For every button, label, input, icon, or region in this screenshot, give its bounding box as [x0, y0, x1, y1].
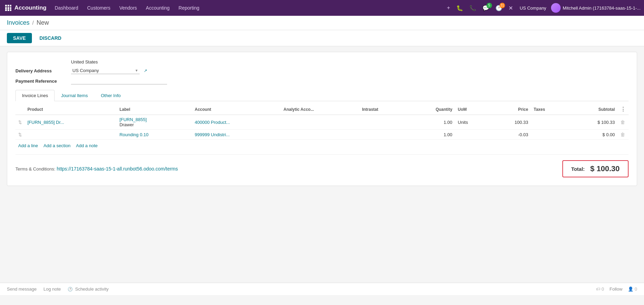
invoice-form: United States Delivery Address US Compan…: [7, 52, 637, 186]
topnav-actions: + 🐛 📞 💬 5 🕐 31 ✕ US Company Mitchell Adm…: [445, 3, 641, 13]
col-price: Price: [489, 104, 531, 115]
delivery-address-select[interactable]: US Company ▼: [71, 67, 140, 74]
breadcrumb-separator: /: [32, 20, 34, 26]
col-intrastat: Intrastat: [359, 104, 407, 115]
breadcrumb-current: New: [37, 19, 49, 26]
price-cell-2[interactable]: -0.03: [489, 130, 531, 140]
subtotal-cell: $ 100.33: [568, 115, 618, 130]
svg-rect-3: [5, 7, 7, 9]
username: Mitchell Admin (17163784-saas-15-1-...: [563, 5, 641, 11]
svg-rect-1: [8, 5, 9, 7]
svg-rect-5: [10, 7, 11, 9]
svg-rect-7: [8, 9, 9, 11]
menu-item-accounting[interactable]: Accounting: [142, 3, 174, 13]
label-cell: [FURN_8855] Drawer: [119, 117, 189, 127]
bottom-meta: 🏷 0 Follow 👤 0: [596, 286, 637, 292]
partial-address: United States: [71, 58, 98, 66]
user-menu[interactable]: Mitchell Admin (17163784-saas-15-1-...: [551, 3, 641, 13]
col-label: Label: [117, 104, 192, 115]
drag-handle-icon[interactable]: ⇅: [18, 120, 22, 125]
add-line-button[interactable]: Add a line: [18, 143, 38, 148]
discard-button[interactable]: DISCARD: [35, 33, 66, 43]
svg-rect-4: [8, 7, 9, 9]
tab-invoice-lines[interactable]: Invoice Lines: [15, 90, 55, 101]
payment-reference-input[interactable]: [71, 78, 167, 84]
terms-label: Terms & Conditions:: [15, 166, 55, 172]
clock-icon: 🕐: [68, 287, 73, 292]
phone-icon[interactable]: 📞: [467, 3, 478, 13]
breadcrumb: Invoices / New: [0, 16, 644, 30]
account-link[interactable]: 400000 Product...: [195, 120, 230, 125]
breadcrumb-parent[interactable]: Invoices: [7, 19, 30, 26]
intrastat-cell: [359, 115, 407, 130]
company-selector[interactable]: US Company: [517, 4, 549, 12]
action-bar: SAVE DISCARD: [0, 30, 644, 46]
external-link-icon[interactable]: ↗: [144, 68, 147, 73]
label-line1[interactable]: [FURN_8855]: [119, 117, 189, 122]
log-note-button[interactable]: Log note: [44, 286, 61, 292]
activity-badge: 31: [500, 3, 505, 8]
add-note-button[interactable]: Add a note: [76, 143, 98, 148]
col-uom: UoM: [455, 104, 489, 115]
save-button[interactable]: SAVE: [7, 33, 32, 43]
terms-section: Terms & Conditions: https://17163784-saa…: [15, 166, 178, 172]
add-section-button[interactable]: Add a section: [44, 143, 71, 148]
terms-url[interactable]: https://17163784-saas-15-1-all.runbot56.…: [57, 166, 178, 172]
app-logo: Accounting: [14, 4, 47, 11]
tab-journal-items[interactable]: Journal Items: [55, 90, 94, 101]
avatar: [551, 3, 561, 13]
label-line2: Drawer: [119, 122, 189, 127]
quantity-cell[interactable]: 1.00: [407, 115, 455, 130]
delivery-address-value: US Company: [72, 68, 133, 73]
drag-handle-icon[interactable]: ⇅: [18, 132, 22, 137]
total-value: $ 100.30: [590, 164, 620, 173]
invoice-tabs: Invoice Lines Journal Items Other Info: [15, 90, 629, 101]
column-options-icon[interactable]: ⋮: [620, 106, 626, 112]
terms-and-total-row: Terms & Conditions: https://17163784-saa…: [15, 154, 629, 180]
col-quantity: Quantity: [407, 104, 455, 115]
svg-rect-6: [5, 9, 7, 11]
col-account: Account: [192, 104, 281, 115]
activity-icon[interactable]: 🕐 31: [493, 3, 504, 13]
send-message-button[interactable]: Send message: [7, 286, 37, 292]
account-link-2[interactable]: 999999 Undistri...: [195, 132, 230, 137]
delivery-address-label: Delivery Address: [15, 68, 67, 73]
svg-rect-2: [10, 5, 11, 7]
analytic-cell: [281, 115, 359, 130]
product-link[interactable]: [FURN_8855] Dr...: [27, 120, 64, 125]
bug-icon[interactable]: 🐛: [454, 3, 465, 13]
svg-rect-0: [5, 5, 7, 7]
follow-button[interactable]: Follow: [610, 286, 623, 292]
label-rounding[interactable]: Rounding 0.10: [119, 132, 149, 137]
add-row-actions: Add a line Add a section Add a note: [15, 140, 629, 152]
col-subtotal: Subtotal: [568, 104, 618, 115]
product-cell: [25, 130, 117, 140]
taxes-cell-2: [531, 130, 567, 140]
chat-icon[interactable]: 💬 5: [480, 3, 491, 13]
add-icon[interactable]: +: [445, 3, 452, 12]
analytic-cell-2: [281, 130, 359, 140]
menu-item-vendors[interactable]: Vendors: [115, 3, 141, 13]
main-content: United States Delivery Address US Compan…: [0, 46, 644, 283]
likes-count: 🏷 0: [596, 286, 604, 292]
quantity-cell-2[interactable]: 1.00: [407, 130, 455, 140]
dropdown-arrow-icon: ▼: [135, 69, 138, 72]
top-navigation: Accounting Dashboard Customers Vendors A…: [0, 0, 644, 16]
schedule-activity-button[interactable]: 🕐 Schedule activity: [68, 286, 108, 292]
tab-other-info[interactable]: Other Info: [94, 90, 127, 101]
col-product: Product: [25, 104, 117, 115]
uom-cell: Units: [455, 115, 489, 130]
main-menu: Dashboard Customers Vendors Accounting R…: [51, 3, 444, 13]
delete-row-icon-2[interactable]: 🗑: [620, 132, 625, 137]
menu-item-reporting[interactable]: Reporting: [174, 3, 203, 13]
delivery-address-row: Delivery Address US Company ▼ ↗: [15, 67, 629, 74]
delete-row-icon[interactable]: 🗑: [620, 119, 625, 125]
close-icon[interactable]: ✕: [506, 3, 515, 13]
grid-menu-icon[interactable]: [3, 3, 13, 13]
price-cell[interactable]: 100.33: [489, 115, 531, 130]
taxes-cell: [531, 115, 567, 130]
menu-item-dashboard[interactable]: Dashboard: [51, 3, 83, 13]
payment-reference-row: Payment Reference: [15, 78, 629, 84]
table-row: ⇅ [FURN_8855] Dr... [FURN_8855] Drawer 4…: [15, 115, 629, 130]
menu-item-customers[interactable]: Customers: [83, 3, 115, 13]
